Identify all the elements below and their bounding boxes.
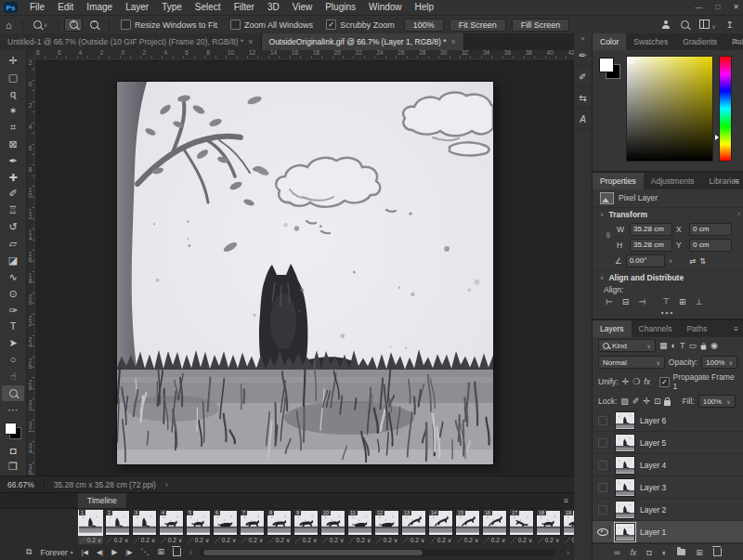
zoom-level[interactable]: 66.67%	[7, 480, 34, 489]
tool-lasso[interactable]: ɋ	[2, 86, 24, 103]
delete-layer-icon[interactable]	[713, 548, 722, 556]
frame-delay[interactable]: ⋰ 0.2 ∨	[213, 536, 238, 544]
document-tab[interactable]: Untitled-1 @ 66.7% (Outside (10 GIF Proj…	[0, 33, 262, 50]
frame-delay[interactable]: ⋰ 0.2 ∨	[509, 536, 534, 544]
align-middle-icon[interactable]: ⊞	[679, 297, 686, 306]
frame-delay[interactable]: ⋰ 0.2 ∨	[132, 536, 157, 544]
frame-delay[interactable]: ⋰ 0.2 ∨	[240, 536, 265, 544]
tab-layers-layers[interactable]: Layers	[593, 320, 632, 337]
timeline-menu-icon[interactable]: ≡	[564, 496, 568, 505]
frame-delay[interactable]: ⋰ 0.2 ∨	[105, 536, 130, 544]
align-right-icon[interactable]: ⊣	[638, 297, 645, 306]
blend-mode-select[interactable]: Normal∨	[598, 356, 665, 369]
tab-props-adjustments[interactable]: Adjustments	[644, 173, 702, 189]
frame-delay[interactable]: ⋰ 0.2 ∨	[455, 536, 480, 544]
canvas-artwork[interactable]	[117, 82, 493, 464]
layer-style-icon[interactable]: fx	[631, 548, 637, 557]
flip-horizontal-icon[interactable]: ⇄	[689, 256, 696, 266]
layer-visibility-well[interactable]	[596, 526, 610, 539]
zoom-tool-icon[interactable]: ∨	[28, 20, 53, 29]
layer-filter-kind[interactable]: Kind∨	[598, 339, 656, 352]
timeline-frame-5[interactable]: 5⋰ 0.2 ∨	[186, 509, 211, 544]
timeline-scrollbar[interactable]	[201, 549, 554, 556]
frame-delay[interactable]: ⋰ 0.2 ∨	[159, 536, 184, 544]
layer-thumbnail[interactable]	[615, 501, 635, 519]
tool-type[interactable]: T	[2, 319, 24, 335]
frame-delay[interactable]: ⋰ 0.2 ∨	[78, 536, 103, 544]
tool-dodge[interactable]: ⊙	[2, 285, 24, 302]
clone-source-icon[interactable]: ⇆	[575, 87, 592, 109]
tab-layers-channels[interactable]: Channels	[632, 320, 680, 337]
close-tab-icon[interactable]: ×	[248, 37, 253, 46]
tool-magic-wand[interactable]: ✶	[2, 103, 24, 120]
filter-adjustment-layers-icon[interactable]: ◐	[671, 342, 676, 350]
timeline-frame-7[interactable]: 7⋰ 0.2 ∨	[240, 509, 265, 544]
edit-toolbar-button[interactable]: ⋯	[2, 401, 24, 418]
expand-panels-icon[interactable]: «	[581, 35, 585, 45]
timeline-frame-2[interactable]: 2⋰ 0.2 ∨	[105, 509, 130, 544]
layer-row[interactable]: Layer 4	[593, 454, 743, 476]
tool-eraser[interactable]: ▱	[2, 236, 24, 253]
frame-delay[interactable]: ⋰ 0.2 ∨	[428, 536, 453, 544]
close-tab-icon[interactable]: ×	[451, 37, 456, 46]
workspace-icon[interactable]: ∨	[699, 20, 716, 31]
menu-file[interactable]: File	[23, 0, 51, 15]
width-field[interactable]: 35.28 cm	[630, 223, 672, 236]
tab-layers-paths[interactable]: Paths	[679, 320, 714, 337]
layer-thumbnail[interactable]	[615, 411, 635, 430]
opacity-value[interactable]: 100%∨	[701, 356, 737, 369]
fit-screen-button[interactable]: Fit Screen	[450, 19, 506, 32]
checkbox-zoom-all-windows[interactable]: Zoom All Windows	[230, 20, 313, 30]
fill-screen-button[interactable]: Fill Screen	[512, 19, 570, 32]
tab-color-swatches[interactable]: Swatches	[626, 33, 675, 50]
quick-mask-button[interactable]: ◘	[2, 442, 24, 459]
tool-frame[interactable]: ⊠	[2, 136, 24, 152]
align-center-horizontal-icon[interactable]: ⊟	[622, 297, 630, 306]
frame-delay[interactable]: ⋰ 0.2 ∨	[401, 536, 426, 544]
layer-row[interactable]: Layer 3	[593, 476, 743, 499]
previous-frame-icon[interactable]: ◀|	[97, 549, 103, 555]
menu-select[interactable]: Select	[189, 0, 228, 15]
tween-icon[interactable]: ⋱	[141, 548, 150, 556]
character-icon[interactable]: A	[575, 109, 592, 130]
unify-style-icon[interactable]: fx	[644, 378, 650, 386]
tool-hand[interactable]: ☝	[2, 369, 24, 385]
filter-shape-layers-icon[interactable]: ▭	[688, 342, 697, 350]
lock-position-icon[interactable]: ✛	[643, 397, 650, 406]
tool-pen[interactable]: ✑	[2, 302, 24, 319]
layer-row[interactable]: Layer 5	[593, 432, 743, 454]
layer-thumbnail[interactable]	[615, 523, 635, 541]
vertical-ruler[interactable]: 2024681012141618202224262830323436	[27, 59, 35, 475]
next-frame-icon[interactable]: |▶	[125, 549, 132, 555]
tool-healing-brush[interactable]: ✚	[2, 169, 24, 186]
align-left-icon[interactable]: ⊢	[606, 297, 613, 306]
lock-all-icon[interactable]	[664, 400, 671, 406]
link-layers-icon[interactable]: ∞	[614, 548, 619, 557]
unify-visibility-icon[interactable]: ❍	[632, 378, 640, 386]
home-icon[interactable]: ⌂	[0, 20, 18, 31]
status-chevron-icon[interactable]: ›	[165, 480, 168, 489]
maximize-icon[interactable]: □	[715, 3, 720, 11]
menu-layer[interactable]: Layer	[119, 0, 155, 15]
delete-frame-icon[interactable]	[173, 548, 181, 556]
lock-transparent-pixels-icon[interactable]: ▨	[620, 397, 629, 406]
zoom-in-button[interactable]: +	[64, 18, 83, 32]
align-top-icon[interactable]: ⊤	[662, 297, 670, 306]
tool-marquee[interactable]: ▢	[2, 70, 24, 86]
play-icon[interactable]: ▶	[111, 549, 117, 556]
timeline-frame-11[interactable]: 11⋰ 0.2 ∨	[347, 509, 372, 544]
frame-delay[interactable]: ⋰ 0.2 ∨	[186, 536, 211, 544]
tool-shape[interactable]: ○	[2, 352, 24, 369]
account-icon[interactable]	[661, 20, 671, 29]
timeline-frame-15[interactable]: 15⋰ 0.2 ∨	[455, 509, 480, 544]
frame-delay[interactable]: ⋰ 0.2 ∨	[536, 536, 561, 544]
new-layer-icon[interactable]: ⊞	[696, 548, 703, 557]
tool-eyedropper[interactable]: ✒	[2, 152, 24, 169]
layers-panel-menu-icon[interactable]: ≡	[734, 325, 738, 333]
tool-smudge[interactable]: ∿	[2, 268, 24, 285]
hue-slider[interactable]	[719, 56, 732, 162]
layer-mask-icon[interactable]: ◘	[646, 548, 651, 557]
frame-delay[interactable]: ⋰ 0.2 ∨	[482, 536, 507, 544]
layer-row[interactable]: Layer 2	[593, 499, 743, 521]
tab-props-properties[interactable]: Properties	[593, 173, 644, 189]
